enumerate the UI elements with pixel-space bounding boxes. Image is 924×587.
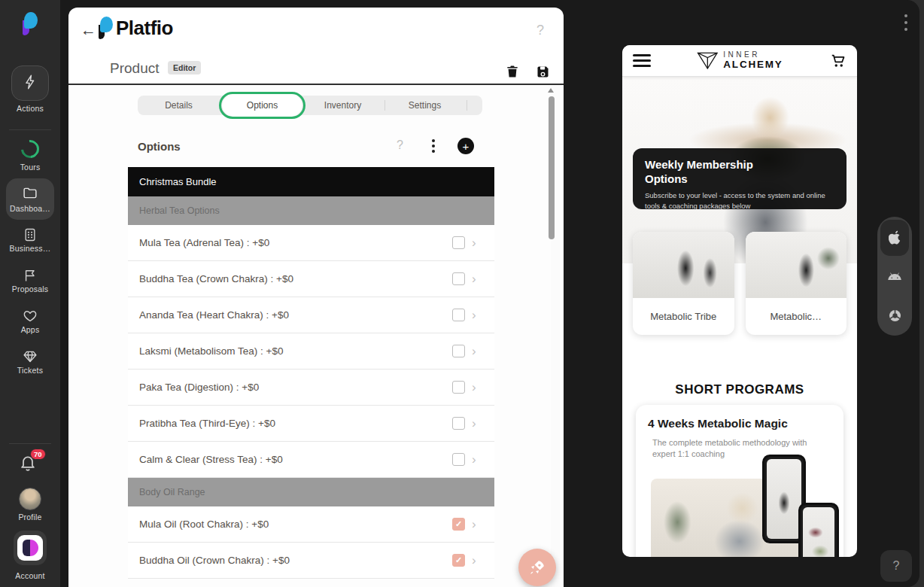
- program-card-metabolic[interactable]: Metabolic…: [746, 232, 847, 335]
- option-row[interactable]: Ananda Tea (Heart Chakra) : +$0: [128, 297, 494, 333]
- tab-inventory[interactable]: Inventory: [302, 96, 384, 115]
- platfio-logo-icon: [99, 17, 112, 40]
- sidebar-item-proposals[interactable]: [23, 268, 38, 286]
- option-row[interactable]: Laksmi (Metabolisom Tea) : +$0: [128, 333, 494, 370]
- delete-button[interactable]: [503, 62, 521, 81]
- notification-badge: 70: [30, 449, 46, 460]
- sidebar-item-dashboard[interactable]: [23, 185, 38, 204]
- hamburger-menu-icon[interactable]: [633, 54, 651, 67]
- mobile-preview: INNER ALCHEMY Weekly Membership Options …: [622, 45, 857, 557]
- section-menu-button[interactable]: [430, 139, 436, 153]
- option-checkbox[interactable]: [452, 309, 465, 321]
- option-checkbox[interactable]: [452, 417, 465, 430]
- platform-android-button[interactable]: [877, 271, 912, 281]
- platform-apple-button[interactable]: [877, 230, 912, 245]
- chevron-right-icon[interactable]: [472, 518, 485, 531]
- platform-switcher: [877, 217, 912, 336]
- option-checkbox[interactable]: [452, 381, 465, 394]
- program-label: Metabolic…: [746, 298, 847, 335]
- feature-title: 4 Weeks Metabolic Magic: [648, 417, 831, 430]
- group-header-row[interactable]: Herbal Tea Options: [128, 196, 494, 225]
- inner-alchemy-logo: INNER ALCHEMY: [696, 50, 783, 71]
- bundle-header-row[interactable]: Christmas Bundle: [128, 167, 494, 196]
- sidebar-item-tours[interactable]: [21, 140, 39, 158]
- chevron-right-icon[interactable]: [472, 554, 485, 567]
- help-icon[interactable]: ?: [536, 23, 544, 38]
- option-checkbox[interactable]: [452, 453, 465, 466]
- tab-details[interactable]: Details: [138, 96, 220, 115]
- option-row[interactable]: Calm & Clear (Stress Tea) : +$0: [128, 442, 494, 478]
- section-title: Options: [138, 140, 181, 153]
- sidebar-item-tickets[interactable]: [23, 348, 38, 367]
- save-button[interactable]: [533, 62, 552, 81]
- chevron-right-icon[interactable]: [472, 236, 485, 249]
- option-row[interactable]: Paka Tea (Digestion) : +$0: [128, 370, 494, 406]
- sidebar-divider: [9, 443, 51, 444]
- product-editor-panel: ← Platfio ? Product Editor Details Optio…: [68, 8, 564, 587]
- option-checkbox[interactable]: [452, 554, 465, 567]
- notifications-button[interactable]: 70: [18, 453, 42, 477]
- section-help-icon[interactable]: ?: [397, 138, 403, 152]
- option-row[interactable]: Buddha Oil (Crown Chakra) : +$0: [128, 543, 494, 579]
- cart-icon: [830, 53, 846, 69]
- tab-options[interactable]: Options: [222, 94, 302, 117]
- phone-mockup: [798, 503, 839, 557]
- option-checkbox[interactable]: [452, 345, 465, 357]
- chevron-right-icon[interactable]: [472, 272, 485, 285]
- publish-fab-button[interactable]: [518, 549, 556, 586]
- chrome-icon: [888, 309, 902, 323]
- scrollbar-track[interactable]: [551, 85, 560, 587]
- chevron-right-icon[interactable]: [472, 453, 485, 466]
- sidebar-item-actions[interactable]: [11, 65, 49, 101]
- preview-menu-button[interactable]: [904, 14, 907, 35]
- apple-icon: [889, 230, 901, 245]
- chevron-right-icon[interactable]: [472, 381, 485, 394]
- tab-settings[interactable]: Settings: [384, 96, 466, 115]
- platform-chrome-button[interactable]: [877, 309, 912, 323]
- option-row[interactable]: Pratibha Tea (Third-Eye) : +$0: [128, 406, 494, 442]
- option-checkbox[interactable]: [452, 272, 465, 285]
- options-list: Christmas Bundle Herbal Tea Options Mula…: [128, 167, 494, 579]
- tab-divider: [467, 100, 467, 111]
- account-label: Account: [0, 571, 60, 580]
- sidebar-item-label: Dashboa…: [0, 204, 60, 213]
- profile-label: Profile: [0, 512, 60, 522]
- sidebar: Actions Tours Dashboa… Business… Proposa…: [0, 0, 60, 587]
- profile-avatar[interactable]: [19, 488, 41, 510]
- sidebar-item-label: Tours: [0, 163, 60, 172]
- preview-help-button[interactable]: ?: [880, 550, 912, 582]
- add-option-button[interactable]: +: [457, 138, 474, 154]
- option-row[interactable]: Mula Tea (Adrenal Tea) : +$0: [128, 225, 494, 261]
- hero-title: Weekly Membership Options: [645, 157, 795, 186]
- program-photo: [633, 232, 734, 298]
- group-header-row[interactable]: Body Oil Range: [128, 478, 494, 506]
- scrollbar-thumb[interactable]: [549, 96, 555, 239]
- program-card-metabolic-tribe[interactable]: Metabolic Tribe: [633, 232, 734, 335]
- sidebar-item-apps[interactable]: [23, 308, 38, 327]
- editor-badge: Editor: [168, 61, 201, 75]
- back-button[interactable]: ←: [81, 21, 96, 39]
- sidebar-item-business[interactable]: [23, 227, 38, 245]
- chevron-right-icon[interactable]: [472, 345, 485, 357]
- chevron-right-icon[interactable]: [472, 417, 485, 430]
- platfio-brand: Platfio: [99, 17, 173, 40]
- chevron-right-icon[interactable]: [472, 309, 485, 321]
- option-row[interactable]: Mula Oil (Root Chakra) : +$0: [128, 506, 494, 543]
- tabs-bar: Details Options Inventory Settings: [138, 96, 482, 115]
- sidebar-item-label: Tickets: [0, 366, 60, 375]
- account-logo-icon: [17, 535, 43, 561]
- option-row[interactable]: Buddha Tea (Crown Chakra) : +$0: [128, 261, 494, 297]
- option-checkbox[interactable]: [452, 236, 465, 249]
- lightning-icon: [22, 74, 38, 93]
- building-icon: [23, 227, 38, 245]
- cart-button[interactable]: [830, 53, 846, 69]
- feature-program-card[interactable]: 4 Weeks Metabolic Magic The complete met…: [636, 405, 843, 557]
- editor-header: ← Platfio ? Product Editor: [68, 8, 564, 85]
- scrollbar-up-arrow[interactable]: [548, 88, 554, 93]
- account-button[interactable]: [14, 531, 47, 565]
- option-checkbox[interactable]: [452, 518, 465, 531]
- short-programs-heading: SHORT PROGRAMS: [622, 382, 857, 397]
- membership-cards: Metabolic Tribe Metabolic…: [633, 232, 846, 335]
- bell-icon: [18, 462, 38, 475]
- hero-subtitle: Subscribe to your level - access to the …: [645, 190, 833, 209]
